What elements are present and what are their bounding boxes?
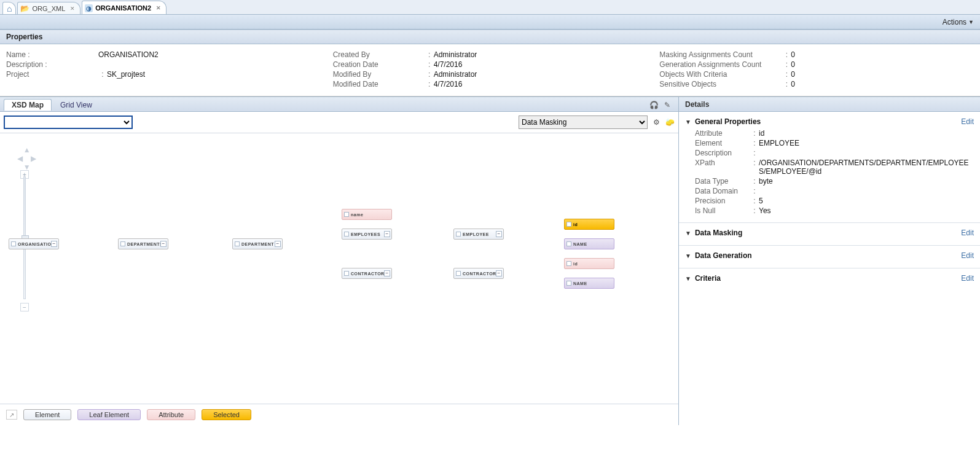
prop-project-label: Project bbox=[6, 70, 98, 79]
legend-element: Element bbox=[23, 409, 71, 420]
tab-label: ORG_XML bbox=[32, 5, 65, 12]
caret-down-icon[interactable]: ▼ bbox=[685, 275, 691, 282]
legend: ↗ Element Leaf Element Attribute Selecte… bbox=[0, 404, 678, 425]
edit-link[interactable]: Edit bbox=[961, 229, 974, 237]
nav-pad[interactable]: ▲ ◀ ▶ ▼ bbox=[17, 146, 36, 171]
headphones-icon[interactable]: 🎧 bbox=[649, 100, 659, 110]
actions-menu[interactable]: Actions ▼ bbox=[943, 18, 974, 26]
folder-icon bbox=[20, 4, 29, 13]
zoom-out-button[interactable]: − bbox=[20, 303, 29, 311]
xpath-label: XPath bbox=[695, 159, 750, 176]
close-icon[interactable]: ✕ bbox=[156, 5, 161, 11]
prop-name-label: Name : bbox=[6, 50, 98, 59]
actions-label: Actions bbox=[943, 18, 966, 26]
prop-critcount-value: 0 bbox=[791, 70, 795, 79]
section-generation: ▼ Data Generation Edit bbox=[679, 246, 980, 268]
prop-creationdate-label: Creation Date bbox=[333, 60, 425, 69]
node-organisation[interactable]: ORGANISATION− bbox=[9, 238, 59, 249]
prop-col-2: Created By:Administrator Creation Date:4… bbox=[333, 49, 648, 90]
domain-label: Data Domain bbox=[695, 187, 750, 195]
node-contractor[interactable]: CONTRACTOR− bbox=[453, 268, 504, 279]
properties-panel: Name :ORGANISATION2 Description : Projec… bbox=[0, 44, 980, 96]
prop-modifiedby-label: Modified By bbox=[333, 70, 425, 79]
section-masking: ▼ Data Masking Edit bbox=[679, 223, 980, 246]
prop-col-1: Name :ORGANISATION2 Description : Projec… bbox=[6, 49, 321, 90]
prop-createdby-label: Created By bbox=[333, 50, 425, 59]
section-title: Criteria bbox=[695, 274, 721, 283]
node-contractor-id[interactable]: id bbox=[564, 258, 614, 269]
caret-down-icon[interactable]: ▼ bbox=[685, 230, 691, 237]
xsd-icon bbox=[85, 4, 93, 12]
prop-project-value: SK_projtest bbox=[107, 70, 145, 79]
edit-link[interactable]: Edit bbox=[961, 117, 974, 126]
node-department[interactable]: DEPARTMENT− bbox=[232, 238, 283, 249]
section-title: Data Masking bbox=[695, 229, 742, 237]
tab-label: ORGANISATION2 bbox=[95, 4, 151, 12]
section-criteria: ▼ Criteria Edit bbox=[679, 268, 980, 291]
prop-name-value: ORGANISATION2 bbox=[98, 50, 159, 59]
caret-down-icon[interactable]: ▼ bbox=[685, 119, 691, 125]
node-employees[interactable]: EMPLOYEES− bbox=[342, 229, 392, 240]
node-contractors[interactable]: CONTRACTORS− bbox=[342, 268, 392, 279]
desc-label: Description bbox=[695, 149, 750, 157]
prop-modifieddate-label: Modified Date bbox=[333, 80, 425, 88]
node-employee[interactable]: EMPLOYEE− bbox=[453, 229, 504, 240]
execute-icon[interactable]: ⚙ bbox=[651, 117, 661, 127]
view-tabs: XSD Map Grid View 🎧 ✎ bbox=[0, 97, 678, 112]
caret-down-icon[interactable]: ▼ bbox=[685, 252, 691, 259]
prop-critcount-label: Objects With Criteria bbox=[659, 70, 782, 79]
node-employee-id-selected[interactable]: id bbox=[564, 219, 614, 230]
left-panel: XSD Map Grid View 🎧 ✎ Data Masking ⚙ 🧽 ▲ bbox=[0, 97, 679, 425]
export-icon[interactable]: ↗ bbox=[6, 410, 17, 420]
element-label: Element bbox=[695, 139, 750, 147]
prop-creationdate-value: 4/7/2016 bbox=[434, 60, 463, 69]
close-icon[interactable]: ✕ bbox=[70, 6, 75, 12]
canvas-wrap: ▲ ◀ ▶ ▼ + − bbox=[0, 133, 678, 404]
home-tab[interactable] bbox=[2, 2, 16, 14]
actions-toolbar: Actions ▼ bbox=[0, 15, 980, 29]
attr-value: id bbox=[759, 129, 974, 138]
section-general: ▼ General Properties Edit Attribute:id E… bbox=[679, 112, 980, 223]
prop-gencount-label: Generation Assignments Count bbox=[659, 60, 782, 69]
chevron-down-icon: ▼ bbox=[968, 19, 974, 25]
node-departments[interactable]: DEPARTMENTS− bbox=[118, 238, 168, 249]
main-area: XSD Map Grid View 🎧 ✎ Data Masking ⚙ 🧽 ▲ bbox=[0, 96, 980, 425]
prec-value: 5 bbox=[759, 197, 974, 205]
search-row: Data Masking ⚙ 🧽 bbox=[0, 112, 678, 133]
section-title: Data Generation bbox=[695, 251, 752, 260]
canvas[interactable]: ▲ ◀ ▶ ▼ + − bbox=[0, 133, 678, 404]
properties-header: Properties bbox=[0, 29, 980, 44]
prop-maskcount-value: 0 bbox=[791, 50, 795, 59]
prop-desc-label: Description : bbox=[6, 60, 98, 69]
attr-label: Attribute bbox=[695, 129, 750, 138]
type-label: Data Type bbox=[695, 177, 750, 186]
eraser-icon[interactable]: 🧽 bbox=[665, 117, 675, 127]
tab-xsd-map[interactable]: XSD Map bbox=[4, 99, 52, 111]
domain-value bbox=[759, 187, 974, 195]
edit-icon[interactable]: ✎ bbox=[662, 100, 672, 110]
prop-modifiedby-value: Administrator bbox=[434, 70, 477, 79]
tab-grid-view[interactable]: Grid View bbox=[53, 100, 100, 111]
node-name-attr[interactable]: name bbox=[342, 209, 392, 220]
section-title: General Properties bbox=[695, 117, 761, 126]
prop-col-3: Masking Assignments Count:0 Generation A… bbox=[659, 49, 974, 90]
top-tabs-bar: ORG_XML ✕ ORGANISATION2 ✕ bbox=[0, 0, 980, 15]
node-employee-name[interactable]: NAME bbox=[564, 238, 614, 249]
edit-link[interactable]: Edit bbox=[961, 274, 974, 283]
tab-organisation2[interactable]: ORGANISATION2 ✕ bbox=[82, 1, 167, 14]
home-icon bbox=[7, 4, 12, 14]
prop-gencount-value: 0 bbox=[791, 60, 795, 69]
type-value: byte bbox=[759, 177, 974, 186]
edit-link[interactable]: Edit bbox=[961, 251, 974, 260]
zoom-slider[interactable] bbox=[23, 176, 26, 299]
search-dropdown[interactable] bbox=[4, 115, 133, 129]
xpath-value: /ORGANISATION/DEPARTMENTS/DEPARTMENT/EMP… bbox=[759, 159, 974, 176]
prec-label: Precision bbox=[695, 197, 750, 205]
node-contractor-name[interactable]: NAME bbox=[564, 278, 614, 289]
mode-dropdown[interactable]: Data Masking bbox=[519, 115, 648, 129]
prop-maskcount-label: Masking Assignments Count bbox=[659, 50, 782, 59]
right-panel: Details ▼ General Properties Edit Attrib… bbox=[679, 97, 980, 425]
legend-leaf: Leaf Element bbox=[77, 409, 141, 420]
details-header: Details bbox=[679, 97, 980, 112]
tab-org-xml[interactable]: ORG_XML ✕ bbox=[17, 2, 80, 14]
